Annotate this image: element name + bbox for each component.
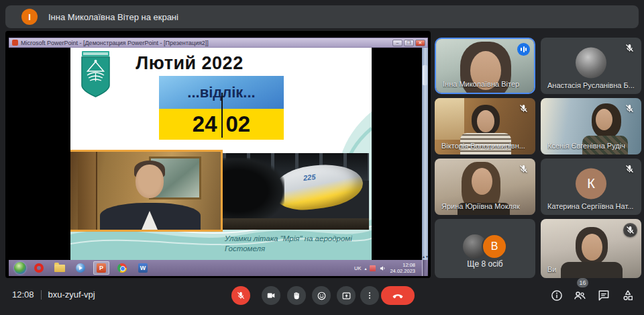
chat-icon xyxy=(597,289,610,302)
participant-tile[interactable]: Анастасія Русланівна Б... xyxy=(541,38,641,94)
tray-action-center-icon[interactable] xyxy=(370,265,376,271)
activities-button[interactable] xyxy=(621,289,635,302)
flag-divider-line xyxy=(221,93,223,138)
meeting-info: 12:08 bxu-zyuf-vpj xyxy=(12,289,95,300)
mic-off-icon xyxy=(625,103,635,114)
google-meet-window: І Інна Миколаївна Вітер на екрані Micros… xyxy=(0,0,644,315)
avatar xyxy=(576,47,606,78)
chrome-icon xyxy=(117,263,127,273)
opera-icon xyxy=(34,263,44,273)
speaking-indicator-icon xyxy=(517,43,530,56)
media-player-icon xyxy=(76,263,85,273)
minimize-button[interactable]: – xyxy=(392,40,402,46)
powerpoint-window-title: Microsoft PowerPoint - [Демонстрация Pow… xyxy=(21,40,392,46)
participant-name: Ксенія Євгенівна Рудіч xyxy=(547,142,625,150)
scrollbar-thumb[interactable] xyxy=(423,65,427,85)
photo-caption: Уламки літака "Мрія" на аеродромі Гостом… xyxy=(225,234,371,254)
folder-icon xyxy=(54,265,65,272)
show-desktop-button[interactable] xyxy=(422,260,427,276)
taskbar-item-opera[interactable] xyxy=(31,261,47,275)
people-icon xyxy=(573,289,586,302)
mic-off-icon xyxy=(519,164,529,174)
ukraine-flag-graphic: ...відлік... 24 02 xyxy=(159,76,284,140)
smiley-icon xyxy=(317,291,327,301)
tray-language[interactable]: UK xyxy=(354,265,361,271)
overflow-participants-tile[interactable]: B Ще 8 осіб xyxy=(435,219,535,278)
participant-name: Вікторія Володимирівн... xyxy=(441,142,525,150)
word-icon: W xyxy=(138,263,148,273)
tray-clock[interactable]: 12:08 24.02.2023 xyxy=(390,262,415,274)
flag-date-month: 02 xyxy=(226,111,251,137)
mic-off-icon xyxy=(236,291,246,300)
taskbar-item-powerpoint[interactable]: P xyxy=(93,261,109,275)
scrollbar-arrows[interactable]: ▲▼ xyxy=(422,255,428,259)
taskbar-item-word[interactable]: W xyxy=(135,261,151,275)
participant-tile[interactable]: Ярина Юріївна Мокляк xyxy=(435,159,535,215)
close-button[interactable]: ✕ xyxy=(415,40,425,46)
participants-panel-button[interactable] xyxy=(573,289,586,302)
flag-date-day: 24 xyxy=(193,111,217,137)
more-options-button[interactable] xyxy=(360,286,379,305)
powerpoint-window: Microsoft PowerPoint - [Демонстрация Pow… xyxy=(9,38,428,276)
president-photo xyxy=(70,150,223,232)
slide-title: Лютий 2022 xyxy=(81,53,298,74)
debris xyxy=(223,158,284,224)
raise-hand-button[interactable] xyxy=(287,286,306,305)
end-call-icon xyxy=(392,289,404,302)
meeting-details-button[interactable] xyxy=(550,289,564,302)
participant-tile[interactable]: Ксенія Євгенівна Рудіч xyxy=(541,98,641,154)
participant-tile[interactable]: Інна Миколаївна Вітер xyxy=(435,38,535,94)
mic-toggle-button[interactable] xyxy=(231,286,250,305)
more-vert-icon xyxy=(365,291,374,300)
powerpoint-titlebar[interactable]: Microsoft PowerPoint - [Демонстрация Pow… xyxy=(9,38,428,48)
windows-taskbar: P W UK ▴ 12:08 24.02.2023 xyxy=(9,260,428,276)
taskbar-item-explorer[interactable] xyxy=(52,261,68,275)
powerpoint-app-icon xyxy=(12,40,18,46)
participant-name: Ви xyxy=(547,265,556,273)
slide: Лютий 2022 ...відлік... 24 02 xyxy=(70,48,372,260)
meeting-code: bxu-zyuf-vpj xyxy=(48,289,95,300)
present-icon xyxy=(341,291,352,301)
chat-panel-button[interactable] xyxy=(597,289,610,302)
plane-number: 225 xyxy=(303,173,316,182)
clock: 12:08 xyxy=(12,289,34,300)
participant-tile[interactable]: Вікторія Володимирівн... xyxy=(435,98,535,154)
participant-name: Анастасія Русланівна Б... xyxy=(547,81,635,89)
start-button[interactable] xyxy=(14,262,26,274)
info-icon xyxy=(550,289,564,302)
hand-icon xyxy=(292,291,301,300)
present-screen-button[interactable] xyxy=(337,286,356,305)
camera-toggle-button[interactable] xyxy=(262,286,280,305)
tray-expand-icon[interactable]: ▴ xyxy=(364,266,366,271)
presenting-banner: І Інна Миколаївна Вітер на екрані xyxy=(5,5,639,28)
self-view-tile[interactable]: Ви xyxy=(541,219,641,278)
leave-call-button[interactable] xyxy=(381,286,415,305)
avatar: К xyxy=(576,168,606,199)
presenter-avatar: І xyxy=(21,9,38,25)
maximize-button[interactable]: ❐ xyxy=(404,40,414,46)
mic-off-icon xyxy=(623,223,637,237)
mic-off-icon xyxy=(519,103,529,114)
taskbar-item-media-player[interactable] xyxy=(72,261,89,275)
presenting-banner-text: Інна Миколаївна Вітер на екрані xyxy=(48,12,178,22)
overflow-count-label: Ще 8 осіб xyxy=(435,259,535,269)
mriya-wreckage-photo: 225 xyxy=(223,153,369,230)
door-frame xyxy=(78,152,97,230)
participants-count-badge: 16 xyxy=(577,278,588,287)
mic-off-icon xyxy=(625,164,635,174)
screen-share-region[interactable]: Microsoft PowerPoint - [Демонстрация Pow… xyxy=(5,31,431,278)
taskbar-item-chrome[interactable] xyxy=(114,261,130,275)
participant-name: Інна Миколаївна Вітер xyxy=(443,80,519,88)
avatar: B xyxy=(482,234,507,259)
participant-name: Ярина Юріївна Мокляк xyxy=(441,202,520,210)
mic-off-icon xyxy=(625,43,635,53)
powerpoint-icon: P xyxy=(97,263,106,273)
activities-icon xyxy=(621,289,635,302)
reactions-button[interactable] xyxy=(312,286,331,305)
vertical-scrollbar[interactable]: ▲▼ xyxy=(422,48,428,260)
participant-tile[interactable]: К Катерина Сергіївна Нат... xyxy=(541,159,641,215)
tray-speaker-icon[interactable] xyxy=(379,265,386,272)
participant-name: Катерина Сергіївна Нат... xyxy=(547,202,633,210)
presentation-area: Лютий 2022 ...відлік... 24 02 xyxy=(9,48,428,260)
camera-icon xyxy=(266,291,276,300)
